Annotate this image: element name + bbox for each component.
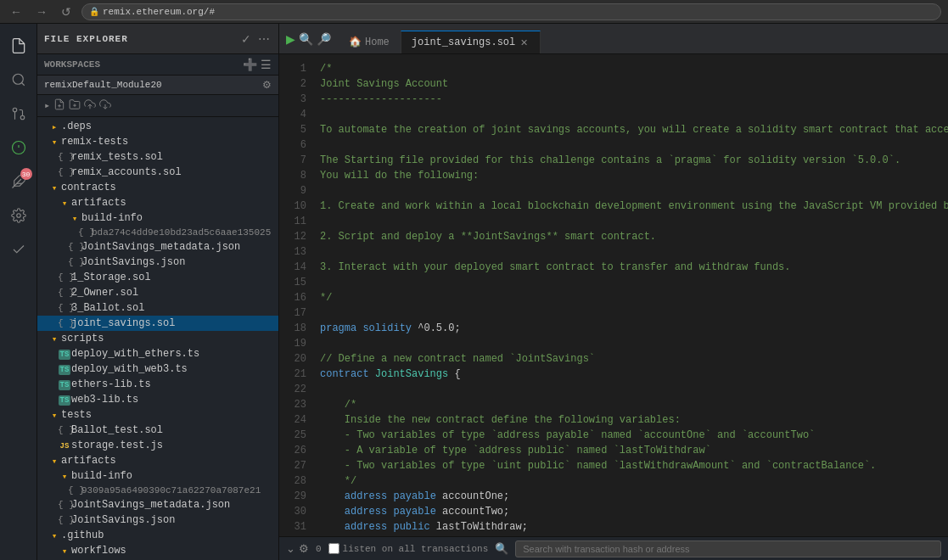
list-item[interactable]: ▾ build-info <box>37 468 278 484</box>
tab-close-button[interactable]: ✕ <box>519 37 530 48</box>
code-line <box>320 382 948 397</box>
code-line <box>320 244 948 260</box>
sidebar-icon-plugin[interactable]: 30 <box>3 166 34 197</box>
code-line: pragma solidity ^0.5.0; <box>320 321 948 336</box>
status-expand-btn[interactable]: ⌄ <box>286 542 295 555</box>
plugin-badge: 30 <box>20 168 32 180</box>
zoom-in-btn[interactable]: 🔎 <box>317 32 331 46</box>
ws-add-btn[interactable]: ➕ <box>243 58 257 71</box>
list-item[interactable]: ▾ scripts <box>37 331 278 346</box>
address-bar[interactable]: 🔒 remix.ethereum.org/# <box>81 3 941 20</box>
list-item[interactable]: { } bda274c4dd9e10bd23ad5c6aae135025 <box>37 226 278 239</box>
tab-home[interactable]: 🏠 Home <box>338 30 401 53</box>
list-item[interactable]: ▾ tests <box>37 407 278 423</box>
code-line: 3. Interact with your deployed smart con… <box>320 260 948 275</box>
code-line: contract JointSavings { <box>320 367 948 382</box>
list-item[interactable]: TS deploy_with_ethers.ts <box>37 346 278 361</box>
list-item[interactable]: ▾ artifacts <box>37 453 278 468</box>
code-line: 2. Script and deploy a **JointSavings** … <box>320 229 948 244</box>
fe-actions: ✓ ⋯ <box>239 31 272 48</box>
sidebar-icon-git[interactable] <box>3 98 34 129</box>
code-editor[interactable]: 1 2 3 4 5 6 7 8 9 10 11 12 13 14 15 16 1… <box>279 54 948 536</box>
url-text: remix.ethereum.org/# <box>103 7 215 17</box>
list-item[interactable]: { } remix_tests.sol <box>37 149 278 165</box>
ws-settings-btn[interactable]: ⚙ <box>262 79 272 91</box>
code-line: The Starting file provided for this chal… <box>320 153 948 168</box>
tx-search-input[interactable] <box>515 540 941 557</box>
workspaces-label: WORKSPACES <box>44 59 100 70</box>
workspace-name-text: remixDefault_Module20 <box>44 80 162 90</box>
sidebar-icons: 30 <box>0 24 37 560</box>
tab-joint-savings[interactable]: joint_savings.sol ✕ <box>401 31 541 53</box>
list-item[interactable]: ▾ build-info <box>37 210 278 226</box>
list-item[interactable]: { } 2_Owner.sol <box>37 285 278 300</box>
svg-line-1 <box>21 82 24 85</box>
status-left: ⌄ ⚙ 0 <box>286 542 322 555</box>
code-line: To automate the creation of joint saving… <box>320 122 948 137</box>
new-file-btn[interactable] <box>53 98 65 113</box>
run-button[interactable]: ▶ <box>286 32 295 46</box>
code-line <box>320 336 948 351</box>
list-item[interactable]: { } JointSavings_metadata.json <box>37 239 278 255</box>
zoom-out-btn[interactable]: 🔍 <box>299 32 313 46</box>
code-line: 1. Create and work within a local blockc… <box>320 199 948 214</box>
list-item[interactable]: JS storage.test.js <box>37 438 278 453</box>
code-line: */ <box>320 473 948 489</box>
list-item[interactable]: { } 1_Storage.sol <box>37 270 278 285</box>
code-line <box>320 183 948 199</box>
list-item[interactable]: ▾ .github <box>37 528 278 543</box>
list-item[interactable]: { } 3_Ballot.sol <box>37 300 278 316</box>
sidebar-icon-check[interactable] <box>3 234 34 265</box>
code-line: Joint Savings Account <box>320 76 948 92</box>
new-folder-btn[interactable] <box>69 98 81 113</box>
list-item[interactable]: { } JointSavings.json <box>37 255 278 270</box>
collapse-all-icon: ▸ <box>44 99 50 112</box>
listen-checkbox[interactable] <box>328 543 339 554</box>
list-item[interactable]: { } joint_savings.sol <box>37 316 278 331</box>
sidebar-icon-debug[interactable] <box>3 132 34 163</box>
tab-bar-tools: ▶ 🔍 🔎 <box>279 24 338 53</box>
sidebar-icon-settings[interactable] <box>3 200 34 231</box>
code-line: - Two variables of type `address payable… <box>320 428 948 443</box>
lock-icon: 🔒 <box>89 7 99 17</box>
code-line: /* <box>320 61 948 76</box>
line-numbers: 1 2 3 4 5 6 7 8 9 10 11 12 13 14 15 16 1… <box>279 54 313 536</box>
list-item[interactable]: TS ethers-lib.ts <box>37 377 278 392</box>
tab-home-label: Home <box>365 36 390 48</box>
list-item[interactable]: ▾ workflows <box>37 543 278 558</box>
fe-menu-btn[interactable]: ⋯ <box>256 31 272 48</box>
list-item[interactable]: TS deploy_with_web3.ts <box>37 361 278 377</box>
list-item[interactable]: { } remix_accounts.sol <box>37 165 278 180</box>
list-item[interactable]: { } Ballot_test.sol <box>37 423 278 438</box>
sidebar-icon-files[interactable] <box>3 31 34 61</box>
list-item[interactable]: ▸ .deps <box>37 119 278 134</box>
download-btn[interactable] <box>99 98 111 113</box>
list-item[interactable]: TS web3-lib.ts <box>37 392 278 407</box>
tx-search-btn[interactable]: 🔍 <box>495 542 508 555</box>
status-settings-btn[interactable]: ⚙ <box>299 542 309 555</box>
list-item[interactable]: ▾ remix-tests <box>37 134 278 149</box>
list-item[interactable]: { } JointSavings.json <box>37 512 278 528</box>
svg-point-0 <box>13 74 23 84</box>
code-line: address public lastToWithdraw; <box>320 519 948 535</box>
sidebar-icon-search[interactable] <box>3 64 34 95</box>
code-content: /* Joint Savings Account ---------------… <box>313 54 948 536</box>
list-item[interactable]: ▾ contracts <box>37 180 278 195</box>
code-line <box>320 305 948 321</box>
code-line <box>320 107 948 122</box>
editor-tabs: ▶ 🔍 🔎 🏠 Home joint_savings.sol ✕ <box>279 24 948 54</box>
list-item[interactable]: { } 9309a95a6490390c71a62270a7087e21 <box>37 484 278 497</box>
listen-checkbox-label: listen on all transactions <box>328 543 489 554</box>
code-line: /* <box>320 397 948 412</box>
refresh-button[interactable]: ↺ <box>58 3 75 20</box>
forward-button[interactable]: → <box>32 3 51 20</box>
list-item[interactable]: { } JointSavings_metadata.json <box>37 497 278 512</box>
ws-menu-btn[interactable]: ☰ <box>261 58 272 71</box>
code-line <box>320 214 948 229</box>
upload-btn[interactable] <box>84 98 96 113</box>
fe-check-btn[interactable]: ✓ <box>239 31 253 48</box>
code-line: You will do the following: <box>320 168 948 183</box>
list-item[interactable]: ▾ artifacts <box>37 195 278 210</box>
back-button[interactable]: ← <box>7 3 25 20</box>
code-line: address payable accountOne; <box>320 489 948 504</box>
